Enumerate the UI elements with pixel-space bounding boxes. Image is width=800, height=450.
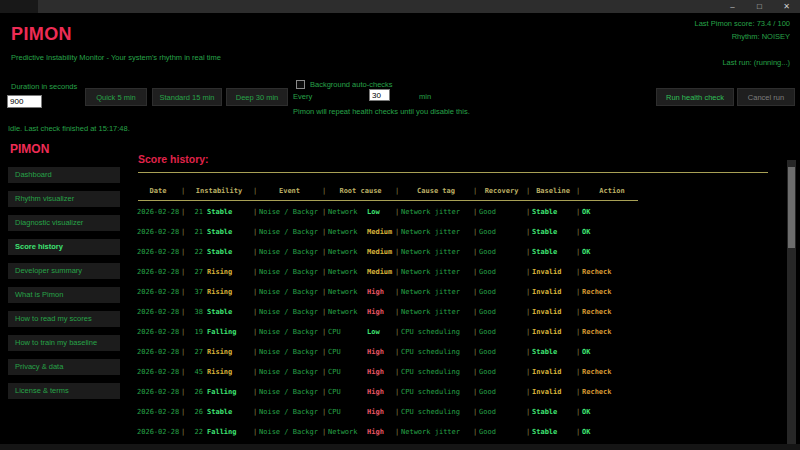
sidebar-item-what-is-pimon[interactable]: What is Pimon [8, 287, 120, 303]
instability-trend: Stable [207, 208, 232, 216]
column-separator: | [393, 408, 401, 416]
root-cause-severity: High [367, 408, 384, 416]
cell-instability: 45Rising [187, 368, 251, 376]
root-cause-name: Network [328, 288, 367, 296]
cell-recovery: Good [479, 248, 524, 256]
scrollbar-thumb[interactable] [788, 167, 795, 248]
sidebar-item-how-to-train-baseline[interactable]: How to train my baseline [8, 335, 120, 351]
cell-recovery: Good [479, 268, 524, 276]
app-subtitle: Predictive Instability Monitor - Your sy… [11, 53, 221, 62]
cell-recovery: Good [479, 308, 524, 316]
cell-instability: 26Stable [187, 408, 251, 416]
cell-recovery: Good [479, 328, 524, 336]
instability-score: 19 [187, 328, 203, 336]
sidebar-item-score-history[interactable]: Score history [8, 239, 120, 255]
root-cause-severity: High [367, 308, 384, 316]
sidebar-item-privacy-data[interactable]: Privacy & data [8, 359, 120, 375]
column-header-cause-tag: Cause tag [401, 187, 471, 195]
root-cause-severity: High [367, 428, 384, 436]
column-separator: | [524, 187, 532, 195]
cell-date: 2026-02-28 [137, 228, 179, 236]
cell-root-cause: CPULow [328, 328, 393, 336]
column-separator: | [471, 408, 479, 416]
instability-trend: Stable [207, 248, 232, 256]
sidebar-item-dashboard[interactable]: Dashboard [8, 167, 120, 183]
cell-action: Recheck [582, 268, 642, 276]
min-label: min [419, 92, 431, 101]
duration-input[interactable] [7, 95, 42, 108]
cell-cause-tag: CPU scheduling [401, 368, 471, 376]
quick-5-min-button[interactable]: Quick 5 min [85, 88, 147, 106]
cell-baseline: Invalid [532, 268, 574, 276]
run-health-check-button[interactable]: Run health check [656, 88, 734, 106]
sidebar-item-developer-summary[interactable]: Developer summary [8, 263, 120, 279]
column-separator: | [393, 187, 401, 195]
interval-input[interactable] [369, 89, 390, 101]
column-separator: | [524, 208, 532, 216]
sidebar-item-license-terms[interactable]: License & terms [8, 383, 120, 399]
instability-trend: Stable [207, 308, 232, 316]
cell-date: 2026-02-28 [137, 288, 179, 296]
root-cause-name: Network [328, 208, 367, 216]
root-cause-severity: Medium [367, 268, 392, 276]
deep-30-min-button[interactable]: Deep 30 min [226, 88, 288, 106]
column-separator: | [393, 248, 401, 256]
column-separator: | [524, 368, 532, 376]
column-separator: | [179, 428, 187, 436]
cell-date: 2026-02-28 [137, 368, 179, 376]
instability-score: 37 [187, 288, 203, 296]
cell-cause-tag: Network jitter [401, 308, 471, 316]
root-cause-severity: High [367, 288, 384, 296]
sidebar-item-how-to-read-scores[interactable]: How to read my scores [8, 311, 120, 327]
cell-instability: 21Stable [187, 208, 251, 216]
column-separator: | [393, 308, 401, 316]
cell-root-cause: CPUHigh [328, 388, 393, 396]
cell-baseline: Invalid [532, 388, 574, 396]
column-separator: | [393, 368, 401, 376]
cell-baseline: Stable [532, 248, 574, 256]
instability-trend: Rising [207, 268, 232, 276]
table-row: 2026-02-28|38Stable|Noise / Backgr|Netwo… [137, 302, 642, 322]
cell-cause-tag: Network jitter [401, 208, 471, 216]
cell-action: Recheck [582, 308, 642, 316]
cell-date: 2026-02-28 [137, 208, 179, 216]
column-header-recovery: Recovery [479, 187, 524, 195]
sidebar-item-diagnostic-visualizer[interactable]: Diagnostic visualizer [8, 215, 120, 231]
column-separator: | [179, 408, 187, 416]
auto-checks-checkbox[interactable] [296, 80, 305, 89]
table-row: 2026-02-28|22Stable|Noise / Backgr|Netwo… [137, 242, 642, 262]
cell-instability: 38Stable [187, 308, 251, 316]
column-separator: | [471, 208, 479, 216]
column-separator: | [471, 187, 479, 195]
minimize-icon[interactable]: – [719, 0, 746, 13]
column-separator: | [251, 208, 259, 216]
cell-baseline: Invalid [532, 308, 574, 316]
instability-score: 38 [187, 308, 203, 316]
column-separator: | [524, 388, 532, 396]
table-row: 2026-02-28|26Stable|Noise / Backgr|CPUHi… [137, 402, 642, 422]
column-separator: | [574, 187, 582, 195]
cell-event: Noise / Backgr [259, 388, 320, 396]
root-cause-severity: High [367, 348, 384, 356]
root-cause-severity: Low [367, 208, 380, 216]
sidebar-item-rhythm-visualizer[interactable]: Rhythm visualizer [8, 191, 120, 207]
column-separator: | [320, 368, 328, 376]
column-separator: | [320, 428, 328, 436]
cell-action: OK [582, 408, 642, 416]
standard-15-min-button[interactable]: Standard 15 min [152, 88, 222, 106]
header-rule [138, 200, 638, 201]
root-cause-name: CPU [328, 408, 367, 416]
sidebar: Dashboard Rhythm visualizer Diagnostic v… [8, 167, 120, 399]
cell-date: 2026-02-28 [137, 328, 179, 336]
column-separator: | [179, 228, 187, 236]
maximize-icon[interactable]: □ [746, 0, 773, 13]
cancel-run-button[interactable]: Cancel run [737, 88, 795, 106]
column-separator: | [251, 388, 259, 396]
cell-event: Noise / Backgr [259, 308, 320, 316]
column-separator: | [320, 328, 328, 336]
column-separator: | [251, 348, 259, 356]
root-cause-severity: High [367, 388, 384, 396]
column-separator: | [320, 388, 328, 396]
close-icon[interactable]: ✕ [773, 0, 800, 13]
cell-date: 2026-02-28 [137, 248, 179, 256]
